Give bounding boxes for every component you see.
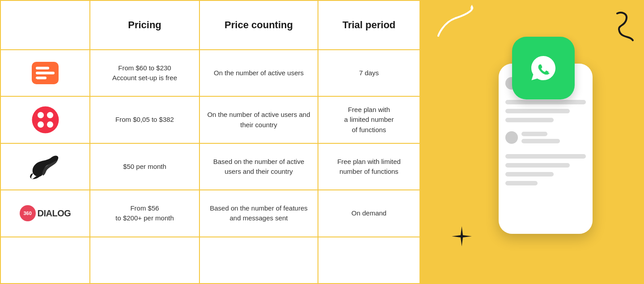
price-counting-cell-360dialog: Based on the number of features and mess…	[200, 190, 318, 236]
pricing-cell-respond: From $60 to $230Account set-up is free	[90, 50, 200, 96]
svg-rect-2	[36, 72, 55, 74]
price-counting-cell-bird: Based on the number of active users and …	[200, 144, 318, 189]
curl-decoration-top	[434, 4, 479, 42]
phone-avatar-row-2	[505, 131, 586, 144]
phone-line	[505, 172, 554, 176]
trial-text-twilio: Free plan witha limited numberof functio…	[344, 105, 394, 135]
table-row: 360 DIALOG From $56to $200+ per month Ba…	[1, 190, 419, 237]
table-body: From $60 to $230Account set-up is free O…	[1, 50, 419, 283]
twilio-logo	[31, 105, 60, 134]
header-pricing-col: Pricing	[90, 1, 200, 49]
price-counting-cell-respond: On the number of active users	[200, 50, 318, 96]
header-trial-label: Trial period	[343, 19, 396, 31]
decorative-section	[420, 0, 644, 284]
phone-line	[521, 132, 547, 136]
table-row: From $0,05 to $382 On the number of acti…	[1, 97, 419, 143]
360-badge: 360	[20, 205, 36, 221]
logo-cell-respond	[1, 50, 90, 96]
phone-line	[505, 118, 554, 122]
phone-lines-group-2	[521, 132, 586, 143]
svg-point-9	[47, 121, 53, 128]
bird-logo	[29, 153, 62, 180]
svg-rect-1	[36, 67, 49, 69]
phone-line	[505, 181, 538, 185]
pricing-text-twilio: From $0,05 to $382	[115, 115, 174, 125]
table-row-empty	[1, 237, 419, 283]
logo-cell-360dialog: 360 DIALOG	[1, 190, 90, 236]
svg-rect-3	[36, 77, 47, 79]
svg-point-8	[38, 121, 44, 128]
pricing-text-bird: $50 per month	[123, 162, 166, 172]
pricing-cell-360dialog: From $56to $200+ per month	[90, 190, 200, 236]
header-price-counting-label: Price counting	[225, 19, 293, 31]
price-counting-text-bird: Based on the number of active users and …	[207, 157, 311, 177]
phone-line	[521, 139, 560, 143]
respond-logo	[30, 60, 61, 86]
trial-text-respond: 7 days	[359, 68, 379, 78]
phone-line	[505, 109, 570, 113]
phone-line	[505, 154, 586, 159]
empty-pricing-cell	[90, 237, 200, 283]
svg-point-7	[47, 112, 53, 118]
logo-cell-twilio	[1, 97, 90, 142]
trial-text-360dialog: On demand	[352, 208, 386, 219]
table-header: Pricing Price counting Trial period	[1, 1, 419, 50]
price-counting-text-twilio: On the number of active users and their …	[207, 110, 311, 130]
phone-line	[505, 163, 570, 168]
star-decoration	[452, 226, 472, 248]
logo-cell-bird	[1, 144, 90, 189]
header-logo-col	[1, 1, 90, 49]
svg-point-5	[32, 107, 59, 133]
price-counting-text-360dialog: Based on the number of features and mess…	[207, 203, 311, 224]
price-counting-text-respond: On the number of active users	[214, 68, 304, 78]
header-price-counting-col: Price counting	[200, 1, 318, 49]
table-row: $50 per month Based on the number of act…	[1, 144, 419, 190]
360-label: DIALOG	[38, 208, 71, 219]
360dialog-logo: 360 DIALOG	[20, 205, 71, 221]
trial-cell-twilio: Free plan witha limited numberof functio…	[318, 97, 419, 142]
pricing-text-360dialog: From $56to $200+ per month	[115, 203, 174, 224]
pricing-text-respond: From $60 to $230Account set-up is free	[112, 63, 177, 83]
svg-point-6	[38, 112, 44, 118]
phone-mockup-container	[499, 50, 566, 234]
trial-cell-360dialog: On demand	[318, 190, 419, 236]
trial-cell-respond: 7 days	[318, 50, 419, 96]
curl-decoration-right	[599, 9, 635, 47]
trial-text-bird: Free plan with limitednumber of function…	[337, 157, 401, 177]
empty-price-counting-cell	[200, 237, 318, 283]
table-row: From $60 to $230Account set-up is free O…	[1, 50, 419, 97]
pricing-cell-twilio: From $0,05 to $382	[90, 97, 200, 142]
header-trial-col: Trial period	[318, 1, 419, 49]
price-counting-cell-twilio: On the number of active users and their …	[200, 97, 318, 142]
trial-cell-bird: Free plan with limitednumber of function…	[318, 144, 419, 189]
comparison-table: Pricing Price counting Trial period	[0, 0, 420, 284]
whatsapp-icon	[512, 37, 575, 99]
pricing-cell-bird: $50 per month	[90, 144, 200, 189]
header-pricing-label: Pricing	[128, 19, 161, 31]
phone-avatar-2	[505, 131, 518, 144]
phone-line	[505, 100, 586, 104]
empty-trial-cell	[318, 237, 419, 283]
empty-logo-cell	[1, 237, 90, 283]
